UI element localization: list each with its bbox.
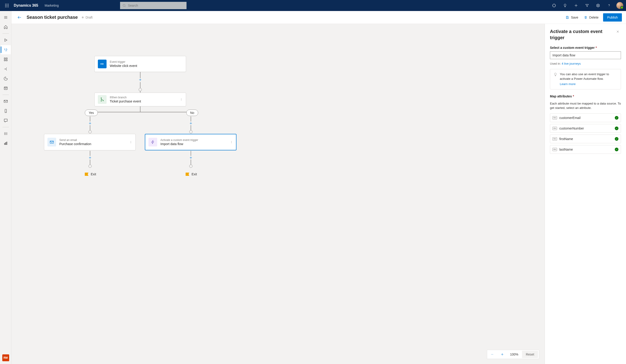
panel-title: Activate a custom event trigger [550,28,610,41]
svg-point-55 [101,101,102,101]
attribute-list: Abc customerEmail Abc customerNumber Abc… [550,114,621,154]
branch-no-label: No [186,110,198,116]
svg-point-64 [231,142,232,142]
nav-segments[interactable] [1,55,11,64]
svg-marker-19 [4,39,7,41]
text-type-icon: Abc [552,148,557,151]
header-actions [549,0,623,11]
attribute-row[interactable]: Abc customerEmail [550,114,621,122]
publish-button[interactable]: Publish [603,13,622,22]
svg-point-7 [6,6,7,7]
attribute-row[interactable]: Abc customerNumber [550,124,621,133]
add-icon[interactable] [571,0,581,11]
zoom-reset-button[interactable]: Reset [522,351,538,358]
select-trigger-input[interactable] [550,51,621,59]
mapped-ok-icon [615,116,619,120]
node-title: Import data flow [160,142,198,146]
node-more-icon[interactable] [128,139,134,145]
node-custom-trigger[interactable]: Activate a custom event trigger Import d… [145,134,236,150]
attribute-row[interactable]: Abc firstName [550,135,621,143]
used-in-link[interactable]: 4 live journeys [562,62,581,65]
node-more-icon[interactable] [179,97,184,102]
add-step-button[interactable] [138,78,143,82]
nav-analytics[interactable] [1,74,11,83]
map-attributes-sub: Each attribute must be mapped to a data … [550,101,621,110]
add-step-button[interactable] [189,155,193,160]
page-title: Season ticket purchase [27,15,78,20]
node-title: Website click event [110,64,137,68]
used-in-text: Used in: 4 live journeys [550,62,621,65]
node-more-icon[interactable] [229,139,234,145]
back-button[interactable] [16,13,23,21]
node-send-email[interactable]: Send an email Purchase confirmation [44,134,136,150]
node-label: Activate a custom event trigger [160,138,198,142]
nav-home[interactable] [1,22,11,32]
nav-bars[interactable] [1,139,11,148]
add-step-button[interactable] [189,121,193,126]
mapped-ok-icon [615,126,619,130]
mapped-ok-icon [615,137,619,141]
delete-button[interactable]: Delete [581,13,601,21]
svg-point-14 [598,5,599,6]
settings-icon[interactable] [593,0,603,11]
journey-canvas[interactable]: Event trigger Website click event If/the… [11,24,545,364]
panel-close-button[interactable] [615,28,621,35]
zoom-control: 100% Reset [487,350,539,359]
app-launcher-icon[interactable] [3,1,11,10]
user-avatar[interactable] [616,2,623,9]
exit-no: Exit [186,172,197,176]
zoom-in-button[interactable] [497,350,507,359]
nav-columns[interactable] [1,129,11,138]
exit-yes: Exit [85,172,96,176]
nav-email[interactable] [1,97,11,106]
persona-badge[interactable]: RM [2,354,9,361]
svg-rect-27 [4,100,7,102]
brand-title: Dynamics 365 [14,3,38,7]
node-title: Purchase confirmation [59,142,91,146]
add-step-button[interactable] [88,155,92,160]
svg-point-61 [131,142,131,142]
flag-icon [186,173,189,176]
attribute-row[interactable]: Abc lastName [550,145,621,154]
nav-hamburger[interactable] [1,13,11,22]
branch-yes-label: Yes [85,110,98,116]
nav-chat[interactable] [1,116,11,125]
nav-forms[interactable] [1,84,11,93]
svg-point-53 [101,98,102,98]
svg-rect-22 [4,60,5,61]
add-step-button[interactable] [88,121,92,126]
help-icon[interactable] [604,0,614,11]
filter-icon[interactable] [582,0,592,11]
lightbulb-icon[interactable] [560,0,570,11]
svg-rect-34 [5,143,6,145]
global-search[interactable] [120,2,187,9]
trigger-icon [98,60,107,68]
nav-play[interactable] [1,36,11,45]
tip-box: You can also use an event trigger to act… [550,69,621,89]
nav-separator [2,95,9,95]
tip-learn-more-link[interactable]: Learn more [560,82,576,86]
node-branch[interactable]: If/then branch Ticket purchase event [94,93,186,106]
svg-point-1 [6,4,7,4]
node-label: If/then branch [110,96,141,99]
search-icon [122,4,126,7]
nav-triggers[interactable] [1,64,11,74]
save-button[interactable]: Save [563,13,581,21]
select-trigger-label: Select a custom event trigger* [550,46,621,49]
status-text: Draft [85,16,92,19]
search-input[interactable] [128,4,184,7]
svg-point-0 [5,4,6,4]
zoom-value: 100% [507,353,521,356]
target-icon[interactable] [549,0,559,11]
nav-journeys[interactable] [1,45,11,54]
svg-rect-35 [6,142,7,145]
exit-label: Exit [91,172,96,176]
tip-text: You can also use an event trigger to act… [560,73,609,81]
node-event-trigger[interactable]: Event trigger Website click event [94,56,186,72]
zoom-out-button[interactable] [487,350,497,359]
status-indicator-icon [82,16,84,18]
lightbulb-icon [553,73,557,77]
branch-icon [98,95,107,104]
node-label: Send an email [59,138,91,142]
nav-mobile[interactable] [1,106,11,116]
